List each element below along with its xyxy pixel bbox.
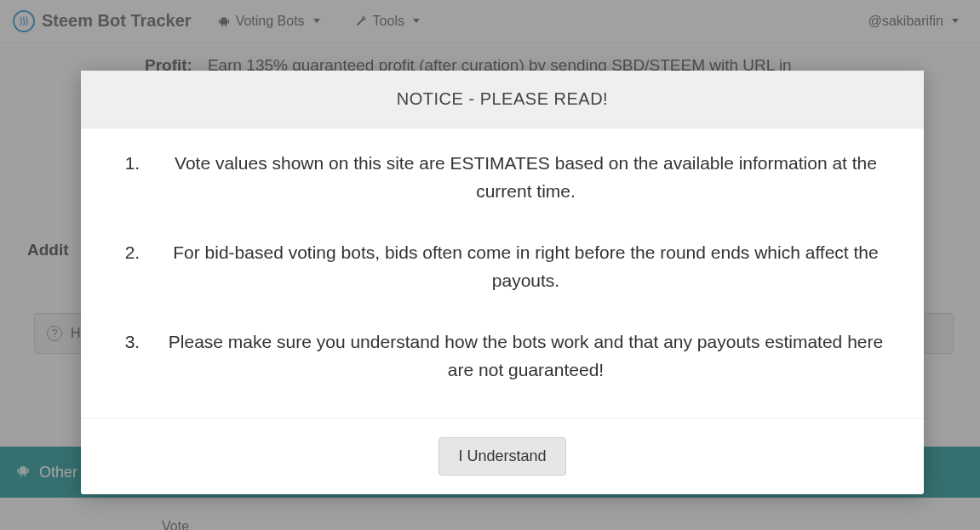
modal-item: Vote values shown on this site are ESTIM… — [145, 150, 907, 205]
modal-item: For bid-based voting bots, bids often co… — [145, 239, 907, 294]
notice-modal: NOTICE - PLEASE READ! Vote values shown … — [81, 71, 924, 494]
modal-footer: I Understand — [81, 418, 924, 494]
modal-item: Please make sure you understand how the … — [145, 328, 907, 384]
understand-button[interactable]: I Understand — [438, 437, 565, 476]
modal-body: Vote values shown on this site are ESTIM… — [81, 128, 924, 418]
modal-title: NOTICE - PLEASE READ! — [81, 71, 924, 128]
